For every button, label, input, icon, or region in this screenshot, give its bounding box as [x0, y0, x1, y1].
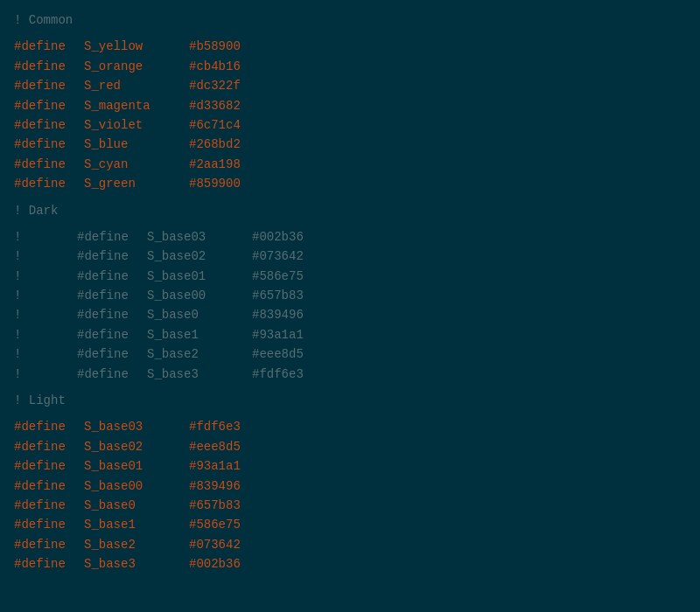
define-line-S_blue: #defineS_blue#268bd2 [14, 135, 686, 154]
define-line-S_green: #defineS_green#859900 [14, 174, 686, 193]
define-line-S_base0: #defineS_base0#657b83 [14, 496, 686, 515]
define-line-S_base03: ! #defineS_base03#002b36 [14, 227, 686, 247]
define-line-S_base01: ! #defineS_base01#586e75 [14, 267, 686, 286]
define-line-S_base2: ! #defineS_base2#eee8d5 [14, 344, 686, 364]
define-line-S_orange: #defineS_orange#cb4b16 [14, 57, 686, 76]
define-line-S_base1: #defineS_base1#586e75 [14, 515, 686, 534]
define-line-S_yellow: #defineS_yellow#b58900 [14, 37, 686, 56]
section-comment-common: ! Common [14, 10, 686, 30]
define-line-S_base1: ! #defineS_base1#93a1a1 [14, 325, 686, 344]
define-line-S_base0: ! #defineS_base0#839496 [14, 305, 686, 324]
define-line-S_base3: #defineS_base3#002b36 [14, 554, 686, 574]
define-line-S_base03: #defineS_base03#fdf6e3 [14, 417, 686, 436]
define-line-S_base02: ! #defineS_base02#073642 [14, 247, 686, 266]
define-line-S_base2: #defineS_base2#073642 [14, 535, 686, 554]
code-editor: ! Common#defineS_yellow#b58900#defineS_o… [0, 0, 700, 612]
define-line-S_cyan: #defineS_cyan#2aa198 [14, 155, 686, 174]
define-line-S_base00: ! #defineS_base00#657b83 [14, 286, 686, 305]
define-line-S_base00: #defineS_base00#839496 [14, 476, 686, 496]
define-line-S_base3: ! #defineS_base3#fdf6e3 [14, 365, 686, 384]
define-line-S_red: #defineS_red#dc322f [14, 76, 686, 95]
define-line-S_base02: #defineS_base02#eee8d5 [14, 437, 686, 456]
define-line-S_base01: #defineS_base01#93a1a1 [14, 456, 686, 476]
section-comment-dark: ! Dark [14, 201, 686, 220]
define-line-S_violet: #defineS_violet#6c71c4 [14, 115, 686, 135]
define-line-S_magenta: #defineS_magenta#d33682 [14, 96, 686, 115]
section-comment-light: ! Light [14, 391, 686, 410]
